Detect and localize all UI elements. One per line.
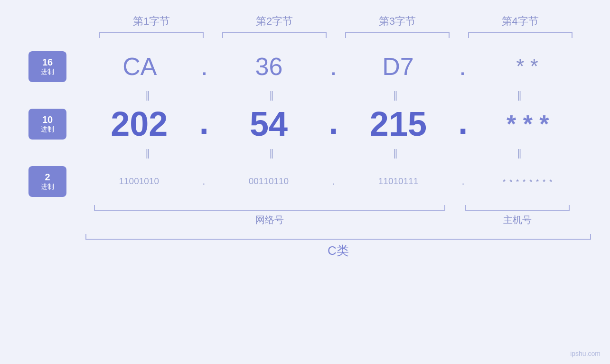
dec-val-3: 215 — [351, 104, 446, 143]
eq-d3: ‖ — [343, 147, 448, 159]
col-header-3: 第3字节 — [345, 14, 450, 28]
hex-label-sub: 进制 — [41, 68, 54, 76]
network-bracket-container: 网络号 — [85, 205, 453, 226]
bottom-brackets-container: 网络号 主机号 — [28, 205, 582, 226]
bracket-top-1 — [99, 32, 204, 38]
hex-dot-2: . — [330, 52, 337, 81]
dec-label-main: 10 — [42, 114, 53, 125]
hex-label-main: 16 — [42, 57, 53, 68]
watermark: ipshu.com — [570, 350, 601, 357]
bracket-top-2 — [222, 32, 327, 38]
bin-dot-3: . — [458, 175, 469, 187]
dec-val-2: 54 — [221, 104, 316, 143]
eq-d2: ‖ — [219, 147, 324, 159]
dec-label: 10 进制 — [28, 109, 66, 140]
equals-row-dec: ‖ ‖ ‖ ‖ — [28, 143, 582, 162]
bracket-top — [28, 32, 582, 38]
dec-dot-2: . — [328, 105, 338, 143]
equals-row-hex: ‖ ‖ ‖ ‖ — [28, 85, 582, 104]
class-bracket-container: C类 — [28, 234, 582, 259]
dec-label-sub: 进制 — [41, 125, 54, 134]
bracket-top-3 — [345, 32, 450, 38]
hex-row: 16 进制 CA . 36 . D7 . * * — [28, 47, 582, 85]
dec-dot-3: . — [458, 105, 468, 143]
network-bracket-line — [94, 205, 445, 211]
col-header-2: 第2字节 — [222, 14, 327, 28]
eq1: ‖ — [95, 89, 200, 101]
bin-label: 2 进制 — [28, 166, 66, 197]
bin-val-3: 11010111 — [351, 176, 446, 187]
bin-val-4: * * * * * * * * — [480, 177, 575, 186]
host-bracket-line — [465, 205, 570, 211]
dec-val-1: 202 — [92, 104, 187, 143]
bin-dot-1: . — [198, 175, 209, 187]
class-label: C类 — [85, 243, 591, 259]
bin-label-main: 2 — [45, 172, 50, 183]
bin-val-1: 11001010 — [92, 176, 187, 187]
bracket-top-4 — [468, 32, 572, 38]
hex-dot-1: . — [201, 52, 207, 81]
network-label: 网络号 — [255, 214, 284, 226]
hex-val-4: * * — [480, 55, 575, 78]
col-header-1: 第1字节 — [99, 14, 204, 28]
dec-row: 10 进制 202 . 54 . 215 . * * * — [28, 104, 582, 143]
dec-val-4: * * * — [480, 110, 575, 138]
hex-dot-3: . — [459, 52, 466, 81]
class-bracket-line — [85, 234, 591, 240]
main-container: 第1字节 第2字节 第3字节 第4字节 16 进制 CA . 36 . D7 .… — [0, 0, 610, 364]
host-label: 主机号 — [503, 214, 532, 226]
hex-val-2: 36 — [221, 52, 316, 81]
col-headers: 第1字节 第2字节 第3字节 第4字节 — [28, 14, 582, 28]
hex-val-3: D7 — [350, 52, 445, 81]
hex-val-1: CA — [92, 52, 187, 81]
bin-values: 11001010 . 00110110 . 11010111 . * * * *… — [85, 175, 582, 187]
bin-dot-2: . — [328, 175, 338, 187]
hex-values: CA . 36 . D7 . * * — [85, 52, 582, 81]
eq4: ‖ — [467, 89, 572, 101]
eq-d1: ‖ — [95, 147, 200, 159]
bin-label-sub: 进制 — [41, 183, 54, 191]
hex-label: 16 进制 — [28, 51, 66, 82]
host-bracket-container: 主机号 — [453, 205, 582, 226]
bin-val-2: 00110110 — [221, 176, 316, 187]
dec-dot-1: . — [199, 105, 209, 143]
eq-d4: ‖ — [467, 147, 572, 159]
eq3: ‖ — [343, 89, 448, 101]
col-header-4: 第4字节 — [468, 14, 572, 28]
dec-values: 202 . 54 . 215 . * * * — [85, 104, 582, 143]
bin-row: 2 进制 11001010 . 00110110 . 11010111 . * … — [28, 162, 582, 200]
eq2: ‖ — [219, 89, 324, 101]
